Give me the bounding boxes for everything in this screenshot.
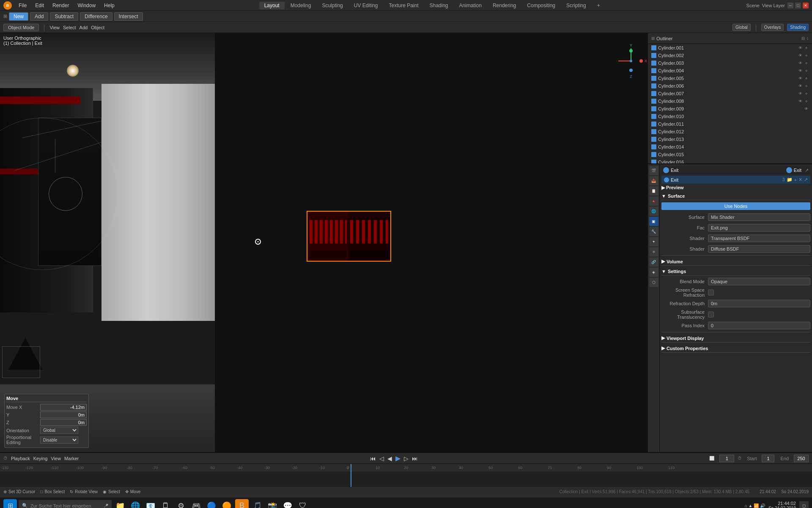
outliner-item-15[interactable]: Cylinder.016 bbox=[648, 158, 812, 164]
vis-eye-5[interactable]: 👁 bbox=[798, 83, 803, 88]
vis-camera-0[interactable]: ⎆ bbox=[804, 45, 809, 50]
prop-tab-world[interactable]: 🌐 bbox=[649, 207, 658, 216]
tab-sculpting[interactable]: Sculpting bbox=[317, 2, 348, 9]
vis-camera-3[interactable]: ⎆ bbox=[804, 68, 809, 73]
prop-tab-object[interactable]: ▣ bbox=[649, 217, 658, 226]
material-delete-icon[interactable]: ✕ bbox=[798, 177, 802, 182]
vis-eye-6[interactable]: 👁 bbox=[798, 91, 803, 96]
menu-render[interactable]: Render bbox=[49, 2, 72, 9]
prop-tab-material[interactable]: ⬡ bbox=[649, 278, 658, 287]
menu-help[interactable]: Help bbox=[101, 2, 118, 9]
prop-tab-render[interactable]: 🎬 bbox=[649, 166, 658, 175]
tab-modeling[interactable]: Modeling bbox=[285, 2, 316, 9]
view-menu-btn[interactable]: View bbox=[49, 25, 60, 30]
center-viewport[interactable]: X Y Z bbox=[216, 33, 647, 452]
prop-tab-view-layer[interactable]: 📋 bbox=[649, 186, 658, 196]
add-button[interactable]: Add bbox=[30, 12, 48, 21]
outliner-item-2[interactable]: Cylinder.003 👁 ⎆ bbox=[648, 59, 812, 67]
windows-logo[interactable]: ⊞ bbox=[3, 499, 17, 508]
taskbar-app-5[interactable]: 🔵 bbox=[205, 499, 218, 508]
shader1-value[interactable]: Transparent BSDF bbox=[708, 235, 810, 242]
move-y-value[interactable]: 0m bbox=[40, 411, 87, 418]
outliner-sort-icon[interactable]: ↕ bbox=[807, 36, 809, 41]
outliner-item-10[interactable]: Cylinder.011 bbox=[648, 120, 812, 128]
refraction-depth-value[interactable]: 0m bbox=[708, 300, 810, 307]
taskbar-app-6[interactable]: 🟠 bbox=[220, 499, 233, 508]
global-btn[interactable]: Global bbox=[732, 24, 751, 31]
vis-eye-1[interactable]: 👁 bbox=[798, 53, 803, 58]
outliner-filter-icon[interactable]: ⊟ bbox=[801, 36, 805, 41]
timeline-track[interactable] bbox=[0, 472, 812, 487]
object-menu-btn[interactable]: Object bbox=[91, 25, 104, 30]
vis-camera-5[interactable]: ⎆ bbox=[804, 83, 809, 88]
vis-eye-3[interactable]: 👁 bbox=[798, 68, 803, 73]
difference-button[interactable]: Difference bbox=[80, 12, 112, 21]
prop-tab-particles[interactable]: ✦ bbox=[649, 237, 658, 246]
object-mode-dropdown[interactable]: Object Mode bbox=[3, 24, 39, 31]
taskbar-app-edge[interactable]: 🌐 bbox=[129, 499, 142, 508]
taskbar-app-8[interactable]: 📸 bbox=[266, 499, 279, 508]
tab-uv-editing[interactable]: UV Editing bbox=[349, 2, 383, 9]
outliner-item-8[interactable]: Cylinder.009 👁 bbox=[648, 105, 812, 113]
tab-rendering[interactable]: Rendering bbox=[488, 2, 521, 9]
menu-edit[interactable]: Edit bbox=[32, 2, 47, 9]
tab-scripting[interactable]: Scripting bbox=[561, 2, 591, 9]
taskbar-app-1[interactable]: 📧 bbox=[144, 499, 157, 508]
left-viewport[interactable]: User Orthographic (1) Collection | Exit bbox=[0, 33, 216, 452]
material-browse-icon[interactable]: 📁 bbox=[787, 177, 793, 182]
select-menu-btn[interactable]: Select bbox=[63, 25, 76, 30]
outliner-item-9[interactable]: Cylinder.010 bbox=[648, 113, 812, 120]
tab-compositing[interactable]: Compositing bbox=[522, 2, 560, 9]
outliner-item-4[interactable]: Cylinder.005 👁 ⎆ bbox=[648, 75, 812, 82]
action-center-btn[interactable]: ◻ bbox=[799, 501, 809, 508]
timeline-view-menu[interactable]: View bbox=[51, 456, 61, 461]
taskbar-app-10[interactable]: 🛡 bbox=[296, 499, 310, 508]
vis-eye-2[interactable]: 👁 bbox=[798, 61, 803, 66]
outliner-item-6[interactable]: Cylinder.007 👁 ⎆ bbox=[648, 90, 812, 97]
fps-display[interactable]: ⏱ bbox=[738, 456, 742, 461]
tab-+[interactable]: + bbox=[592, 2, 605, 9]
taskbar-app-3[interactable]: ⚙ bbox=[174, 499, 188, 508]
surface-prop-value[interactable]: Mix Shader bbox=[708, 213, 810, 221]
current-frame-input[interactable] bbox=[719, 455, 734, 462]
taskbar-app-7[interactable]: 🎵 bbox=[250, 499, 264, 508]
end-frame-input[interactable] bbox=[794, 455, 809, 462]
menu-file[interactable]: File bbox=[15, 2, 30, 9]
orientation-select[interactable]: Global bbox=[40, 427, 78, 434]
outliner-item-1[interactable]: Cylinder.002 👁 ⎆ bbox=[648, 52, 812, 59]
prev-keyframe-btn[interactable]: ◁ bbox=[379, 455, 384, 462]
start-frame-input[interactable] bbox=[762, 455, 774, 462]
vis-eye-4[interactable]: 👁 bbox=[798, 76, 803, 81]
outliner-item-12[interactable]: Cylinder.013 bbox=[648, 135, 812, 143]
timeline-ruler[interactable]: -130 -120 -110 -100 -90 -80 -70 -60 -50 … bbox=[0, 464, 812, 487]
outliner-item-13[interactable]: Cylinder.014 bbox=[648, 143, 812, 151]
jump-end-btn[interactable]: ⏭ bbox=[412, 455, 418, 462]
outliner-item-3[interactable]: Cylinder.004 👁 ⎆ bbox=[648, 67, 812, 75]
move-x-value[interactable]: -4.12m bbox=[40, 404, 87, 411]
material-name-input[interactable]: Exit bbox=[671, 177, 781, 182]
tab-texture-paint[interactable]: Texture Paint bbox=[384, 2, 423, 9]
playback-menu[interactable]: Playback bbox=[11, 456, 30, 461]
vis-eye-7[interactable]: 👁 bbox=[798, 99, 803, 104]
vis-camera-1[interactable]: ⎆ bbox=[804, 53, 809, 58]
outliner-item-14[interactable]: Cylinder.015 bbox=[648, 151, 812, 158]
prop-tab-data[interactable]: ◈ bbox=[649, 268, 658, 277]
fac-value[interactable]: Exit.png bbox=[708, 224, 810, 232]
vis-camera-2[interactable]: ⎆ bbox=[804, 61, 809, 66]
prop-tab-modifier[interactable]: 🔧 bbox=[649, 227, 658, 236]
mat-header-expand[interactable]: ↗ bbox=[805, 168, 809, 173]
shader2-value[interactable]: Diffuse BSDF bbox=[708, 245, 810, 253]
playhead[interactable] bbox=[351, 464, 351, 487]
maximize-button[interactable]: □ bbox=[795, 3, 801, 8]
close-button[interactable]: ✕ bbox=[803, 3, 809, 8]
outliner-item-7[interactable]: Cylinder.008 👁 ⎆ bbox=[648, 97, 812, 105]
tab-animation[interactable]: Animation bbox=[454, 2, 487, 9]
material-new-icon[interactable]: + bbox=[794, 177, 797, 182]
vis-eye-0[interactable]: 👁 bbox=[798, 45, 803, 50]
move-z-value[interactable]: 0m bbox=[40, 419, 87, 426]
prop-tab-physics[interactable]: ⚛ bbox=[649, 247, 658, 257]
taskbar-app-4[interactable]: 🎮 bbox=[189, 499, 203, 508]
menu-window[interactable]: Window bbox=[74, 2, 99, 9]
keying-menu[interactable]: Keying bbox=[33, 456, 48, 461]
taskbar-app-2[interactable]: 🗒 bbox=[159, 499, 173, 508]
